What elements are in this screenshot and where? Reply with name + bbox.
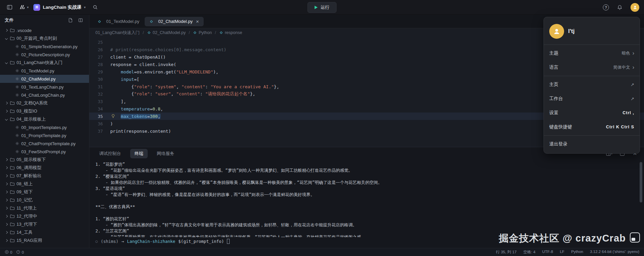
breadcrumb-item[interactable]: Python xyxy=(193,30,212,35)
status-python-interpreter[interactable]: 3.12.2 64-bit ('shims': pyenv) xyxy=(590,250,639,255)
tree-folder[interactable]: 09_链下 xyxy=(0,188,89,196)
menu-item-settings[interactable]: 设置Ctrl , xyxy=(544,106,640,120)
tree-folder[interactable]: 00_开篇词_奇点时刻 xyxy=(0,34,89,42)
python-file-icon xyxy=(15,69,19,73)
editor-tab-1[interactable]: 02_ChatModel.py× xyxy=(145,17,204,26)
tree-folder[interactable]: 12_代理中 xyxy=(0,212,89,220)
breadcrumb-item[interactable]: response xyxy=(219,30,242,35)
panel-tab-network-service[interactable]: 网络服务 xyxy=(152,149,179,158)
chevron-down-icon xyxy=(4,117,9,122)
terminal-output[interactable]: 1. “花影梦坊” - “花影”描绘出花朵在光影下的美丽姿态，富有诗意和画面感。… xyxy=(89,160,644,237)
breadcrumb-item[interactable]: 02_ChatModel.py xyxy=(147,30,186,35)
explorer-title: 文件 xyxy=(5,17,13,23)
panel-tab-terminal[interactable]: 终端 xyxy=(130,149,148,158)
notifications-bell-icon[interactable] xyxy=(615,3,624,12)
status-encoding[interactable]: UTF-8 xyxy=(542,250,553,255)
tree-folder[interactable]: 06_调用模型 xyxy=(0,164,89,172)
python-file-icon xyxy=(15,150,19,154)
chevron-right-icon xyxy=(4,198,9,202)
line-number: 33 xyxy=(89,99,110,104)
status-language-mode[interactable]: Python xyxy=(571,250,583,255)
user-menu-dropdown: l'tj 主题暗色›语言简体中文›主页↗工作台↗设置Ctrl ,键盘快捷键Ctr… xyxy=(544,17,640,154)
line-number: 25 xyxy=(89,40,110,45)
tree-folder[interactable]: 04_提示模板上 xyxy=(0,115,89,123)
tree-folder[interactable]: 07_解析输出 xyxy=(0,172,89,180)
menu-item-theme[interactable]: 主题暗色› xyxy=(544,46,640,60)
folder-icon xyxy=(10,206,14,211)
search-icon[interactable] xyxy=(90,3,100,12)
tree-item-label: 01_PromptTemplate.py xyxy=(21,133,66,138)
new-file-icon[interactable] xyxy=(67,17,74,24)
menu-item-keyboard-shortcuts[interactable]: 键盘快捷键Ctrl K Ctrl S xyxy=(544,120,640,134)
status-cursor-position[interactable]: 行 35, 列 17 xyxy=(496,250,517,255)
chevron-right-icon xyxy=(4,214,9,219)
run-button[interactable]: 运行 xyxy=(308,2,336,13)
tree-folder[interactable]: .vscode xyxy=(0,26,89,34)
menu-item-logout[interactable]: 退出登录 xyxy=(544,137,640,151)
lightbulb-icon[interactable] xyxy=(111,114,115,119)
tree-folder[interactable]: 08_链上 xyxy=(0,180,89,188)
chevron-right-icon xyxy=(4,173,9,178)
terminal-scrollbar[interactable] xyxy=(640,162,642,202)
menu-item-home[interactable]: 主页↗ xyxy=(544,77,640,92)
tree-folder[interactable]: 14_工具 xyxy=(0,228,89,236)
tree-folder[interactable]: 10_记忆 xyxy=(0,196,89,204)
chevron-right-icon xyxy=(4,109,9,114)
status-error-circle[interactable]: 0 xyxy=(5,250,12,255)
avatar[interactable] xyxy=(631,3,639,12)
menu-divider xyxy=(544,76,640,76)
line-number: 30 xyxy=(89,77,110,82)
sidebar-toggle-icon[interactable] xyxy=(5,3,14,12)
line-number: 32 xyxy=(89,92,110,97)
menu-divider xyxy=(544,44,640,45)
tree-file[interactable]: 01_SimpleTextGeneration.py xyxy=(0,42,89,51)
tree-file[interactable]: 02_ChatModel.py xyxy=(0,75,89,83)
tree-file[interactable]: 00_ImportTemplates.py xyxy=(0,123,89,131)
user-menu-header: l'tj xyxy=(544,19,640,43)
top-bar-right: ? xyxy=(603,3,639,12)
tree-folder[interactable]: 13_代理下 xyxy=(0,220,89,228)
close-tab-icon[interactable]: × xyxy=(196,19,199,24)
popout-terminal-icon[interactable] xyxy=(630,232,640,243)
menu-item-language[interactable]: 语言简体中文› xyxy=(544,60,640,74)
breadcrumb-label: 01_LangChain快速入门 xyxy=(95,30,140,36)
split-explorer-icon[interactable] xyxy=(77,17,84,24)
panel-tab-debug-console[interactable]: 调试控制台 xyxy=(95,149,125,158)
editor-tab-0[interactable]: 01_TextModel.py xyxy=(93,17,144,26)
tree-folder[interactable]: 03_模型IO xyxy=(0,107,89,115)
project-switcher[interactable]: ⌘ LangChain 实战课 ▾ xyxy=(33,4,86,11)
breadcrumb-item[interactable]: 01_LangChain快速入门 xyxy=(95,30,140,36)
tree-file[interactable]: 02_PictureDescription.py xyxy=(0,51,89,59)
help-icon[interactable]: ? xyxy=(603,4,609,10)
problem-count: 0 xyxy=(10,250,12,254)
status-indentation[interactable]: 空格: 4 xyxy=(523,250,535,255)
tree-folder[interactable]: 05_提示模板下 xyxy=(0,156,89,164)
folder-icon xyxy=(10,222,14,227)
user-menu-items: 主题暗色›语言简体中文›主页↗工作台↗设置Ctrl ,键盘快捷键Ctrl K C… xyxy=(544,46,640,151)
terminal-line: 3. “星语花境” xyxy=(95,186,634,191)
tree-folder[interactable]: 01_LangChain快速入门 xyxy=(0,59,89,67)
logo-icon xyxy=(19,4,25,10)
menu-item-shortcut: Ctrl K Ctrl S xyxy=(606,125,634,129)
tree-folder[interactable]: 15_RAG应用 xyxy=(0,236,89,245)
chevron-right-icon: › xyxy=(633,51,634,56)
tree-file[interactable]: 01_TextModel.py xyxy=(0,67,89,75)
chevron-right-icon xyxy=(4,28,9,33)
tree-folder[interactable]: 02_文档QA系统 xyxy=(0,99,89,107)
chevron-right-icon xyxy=(4,165,9,170)
terminal-line: - “星语”有一种梦幻、神秘的感觉，像是星星在诉说着美好的故事，而“花境”则表示… xyxy=(95,192,634,197)
menu-item-workbench[interactable]: 工作台↗ xyxy=(544,92,640,106)
status-warning-circle[interactable]: 0 xyxy=(16,250,24,255)
tree-file[interactable]: 01_PromptTemplate.py xyxy=(0,131,89,139)
tree-folder[interactable]: 11_代理上 xyxy=(0,204,89,212)
tree-file[interactable]: 02_ChatPromptTemplate.py xyxy=(0,139,89,148)
app-logo[interactable]: ▾ xyxy=(19,4,29,10)
tree-file[interactable]: 03_TextLangChain.py xyxy=(0,83,89,91)
tree-item-label: 04_ChatLongChain.py xyxy=(21,93,65,98)
tree-item-label: 11_代理上 xyxy=(17,205,37,211)
status-eol[interactable]: LF xyxy=(560,250,564,255)
tree-file[interactable]: 04_ChatLongChain.py xyxy=(0,91,89,99)
folder-icon xyxy=(10,60,14,65)
tree-file[interactable]: 03_FewShotPrompt.py xyxy=(0,148,89,156)
folder-icon xyxy=(10,109,14,114)
